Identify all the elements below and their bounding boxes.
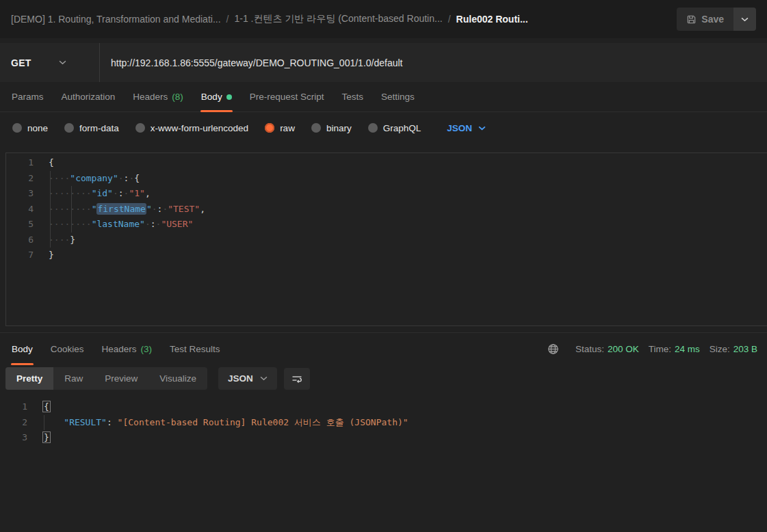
- tab-label: Headers: [102, 344, 137, 354]
- response-tab-cookies[interactable]: Cookies: [42, 333, 93, 364]
- code-text: ········"lastName"·:·"USER": [49, 217, 193, 232]
- view-tab-preview[interactable]: Preview: [94, 367, 148, 390]
- breadcrumb-collection[interactable]: [DEMO] 1. Routing, Transformation and Me…: [11, 14, 221, 25]
- response-format-select[interactable]: JSON: [218, 367, 277, 390]
- line-number: 4: [6, 202, 34, 217]
- code-line: 2····"company"·:·{: [6, 171, 767, 187]
- body-mode-raw[interactable]: raw: [265, 123, 295, 133]
- save-label: Save: [701, 14, 724, 25]
- breadcrumb: [DEMO] 1. Routing, Transformation and Me…: [11, 13, 528, 25]
- body-format-value: JSON: [447, 123, 472, 133]
- wrap-text-button[interactable]: [284, 368, 310, 390]
- code-text: ········"id"·:·"1",: [49, 186, 151, 202]
- indent-guide: [50, 171, 51, 248]
- save-options-button[interactable]: [733, 8, 756, 31]
- tab-body[interactable]: Body: [192, 82, 241, 111]
- code-line: 1{: [0, 399, 767, 415]
- tab-label: Tests: [341, 92, 363, 102]
- request-body-code: 1{2····"company"·:·{3········"id"·:·"1",…: [6, 155, 767, 263]
- line-number: 3: [0, 430, 27, 446]
- tab-label: Body: [201, 92, 222, 102]
- tab-label: Authorization: [62, 92, 116, 102]
- view-tab-pretty[interactable]: Pretty: [5, 367, 53, 390]
- response-tab-test-results[interactable]: Test Results: [161, 333, 229, 364]
- tab-label: Test Results: [170, 344, 220, 354]
- radio-label: none: [27, 123, 48, 133]
- body-mode-x-www-form-urlencoded[interactable]: x-www-form-urlencoded: [135, 123, 248, 133]
- tab-pre-request-script[interactable]: Pre-request Script: [241, 82, 333, 111]
- size-value: 203 B: [733, 344, 757, 354]
- response-tabs: BodyCookiesHeaders(3)Test Results: [0, 333, 547, 364]
- response-tab-body[interactable]: Body: [3, 333, 42, 364]
- save-button[interactable]: Save: [677, 8, 733, 31]
- radio-label: x-www-form-urlencoded: [151, 123, 248, 133]
- radio-label: binary: [326, 123, 352, 133]
- code-text: ····}: [49, 232, 75, 248]
- method-value: GET: [11, 57, 31, 68]
- size-badge: Size: 203 B: [710, 344, 757, 354]
- view-tab-visualize[interactable]: Visualize: [148, 367, 207, 390]
- response-view-tabs: PrettyRawPreviewVisualize: [5, 367, 207, 390]
- indent-guide: [44, 415, 44, 430]
- time-badge: Time: 24 ms: [649, 344, 700, 354]
- size-label: Size:: [710, 344, 730, 354]
- breadcrumb-folder[interactable]: 1-1 .컨텐츠 기반 라우팅 (Content-based Routin...: [234, 13, 442, 25]
- response-section: BodyCookiesHeaders(3)Test Results Status…: [0, 332, 767, 446]
- globe-icon[interactable]: [547, 343, 559, 355]
- code-text: }: [49, 248, 54, 263]
- response-tab-headers[interactable]: Headers(3): [93, 333, 161, 364]
- url-input[interactable]: http://192.168.1.86:5555/gateway/DEMO_RO…: [100, 43, 767, 82]
- wrap-line-icon: [291, 373, 303, 384]
- code-line: 2 "RESULT": "[Content-based Routing] Rul…: [0, 415, 767, 431]
- line-number: 2: [0, 415, 27, 431]
- body-mode-binary[interactable]: binary: [311, 123, 352, 133]
- tab-headers[interactable]: Headers(8): [124, 82, 192, 111]
- save-icon: [686, 14, 697, 25]
- code-line: 1{: [6, 155, 767, 171]
- save-split-button: Save: [677, 8, 756, 31]
- body-mode-row: noneform-datax-www-form-urlencodedrawbin…: [0, 112, 767, 144]
- time-value: 24 ms: [675, 344, 700, 354]
- breadcrumb-request-name[interactable]: Rule002 Routi...: [456, 14, 528, 25]
- tab-count-badge: (3): [141, 344, 153, 354]
- postman-app: [DEMO] 1. Routing, Transformation and Me…: [0, 0, 767, 446]
- response-body-viewer: 1{2 "RESULT": "[Content-based Routing] R…: [0, 395, 767, 446]
- line-number: 6: [6, 232, 34, 248]
- method-selector[interactable]: GET: [0, 43, 100, 82]
- body-set-indicator-dot: [226, 94, 232, 100]
- body-mode-form-data[interactable]: form-data: [64, 123, 119, 133]
- line-number: 7: [6, 248, 34, 263]
- body-format-select[interactable]: JSON: [447, 123, 486, 133]
- body-mode-none[interactable]: none: [12, 123, 48, 133]
- body-mode-radios: noneform-datax-www-form-urlencodedrawbin…: [12, 123, 421, 133]
- line-number: 3: [6, 186, 34, 202]
- radio-icon: [12, 123, 22, 133]
- tab-authorization[interactable]: Authorization: [53, 82, 125, 111]
- radio-label: form-data: [79, 123, 119, 133]
- indent-guide: [71, 186, 72, 232]
- code-line: 4········"firstName"·:·"TEST",: [6, 202, 767, 217]
- tab-count-badge: (8): [172, 92, 183, 102]
- line-number: 1: [0, 399, 27, 415]
- tab-tests[interactable]: Tests: [333, 82, 372, 111]
- request-header-bar: [DEMO] 1. Routing, Transformation and Me…: [0, 0, 767, 38]
- response-meta: Status: 200 OK Time: 24 ms Size: 203 B: [547, 343, 757, 355]
- tab-params[interactable]: Params: [3, 82, 53, 111]
- chevron-down-icon: [741, 17, 749, 22]
- url-value: http://192.168.1.86:5555/gateway/DEMO_RO…: [111, 57, 402, 68]
- body-mode-graphql[interactable]: GraphQL: [368, 123, 421, 133]
- view-tab-raw[interactable]: Raw: [53, 367, 94, 390]
- tab-settings[interactable]: Settings: [372, 82, 424, 111]
- status-value: 200 OK: [608, 344, 639, 354]
- code-text: }: [42, 430, 51, 446]
- code-line: 6····}: [6, 232, 767, 248]
- status-badge: Status: 200 OK: [575, 344, 639, 354]
- radio-label: raw: [280, 123, 295, 133]
- code-line: 3········"id"·:·"1",: [6, 186, 767, 202]
- radio-icon: [311, 123, 321, 133]
- breadcrumb-separator: /: [448, 14, 451, 25]
- request-body-editor[interactable]: 1{2····"company"·:·{3········"id"·:·"1",…: [5, 152, 767, 326]
- chevron-down-icon: [59, 60, 66, 65]
- code-text: "RESULT": "[Content-based Routing] Rule0…: [42, 415, 408, 431]
- chevron-down-icon: [260, 376, 268, 381]
